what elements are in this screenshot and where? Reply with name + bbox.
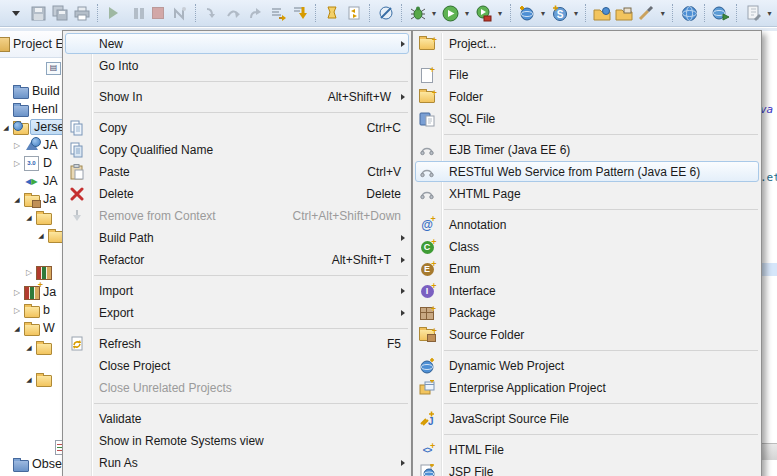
annotation-icon: @+ [418, 216, 436, 234]
expander-icon[interactable] [11, 288, 23, 297]
menu-item-interface[interactable]: I+ Interface [413, 280, 761, 302]
style-brush-icon[interactable] [636, 4, 656, 22]
open-web-folder-icon[interactable] [592, 4, 612, 22]
menu-item-file[interactable]: + File [413, 64, 761, 86]
enum-icon: E+ [418, 260, 436, 278]
menu-item-sql-file[interactable]: SQL File [413, 108, 761, 130]
menu-item-enum[interactable]: E+ Enum [413, 258, 761, 280]
open-type-icon[interactable] [322, 4, 342, 22]
save-icon[interactable] [28, 4, 48, 22]
expander-icon[interactable] [23, 268, 35, 277]
resume-icon[interactable] [104, 4, 124, 22]
menu-separator [63, 399, 411, 408]
expander-icon[interactable] [11, 141, 23, 150]
run-external-dropdown-icon[interactable]: ▾ [496, 9, 505, 18]
style-dropdown-icon[interactable]: ▾ [658, 9, 667, 18]
run-dropdown-icon[interactable]: ▾ [463, 9, 472, 18]
run-on-server-icon[interactable] [711, 4, 731, 22]
closed-project-icon [12, 456, 29, 472]
new-websphere-service-icon[interactable]: S [549, 4, 569, 22]
menu-item-show-in[interactable]: Show InAlt+Shift+W [63, 86, 411, 108]
web-browser-icon[interactable] [679, 4, 699, 22]
menu-item-build-path[interactable]: Build Path [63, 227, 411, 249]
menu-item-validate[interactable]: Validate [63, 408, 411, 430]
skip-all-breakpoints-icon[interactable] [376, 4, 396, 22]
menu-item-copy[interactable]: CopyCtrl+C [63, 117, 411, 139]
run-external-tool-icon[interactable] [474, 4, 494, 22]
disconnect-icon[interactable] [170, 4, 190, 22]
menu-item-refresh[interactable]: RefreshF5 [63, 333, 411, 355]
menu-item-annotation[interactable]: @+ Annotation [413, 214, 761, 236]
print-icon[interactable] [72, 4, 92, 22]
dynamic-web-project-icon [418, 357, 436, 375]
run-icon[interactable] [441, 4, 461, 22]
menu-separator [413, 55, 761, 64]
synchronize-icon[interactable] [344, 4, 364, 22]
code-fragment: va [762, 103, 773, 116]
expander-icon[interactable] [23, 375, 35, 384]
java-resources-icon [23, 191, 40, 207]
step-over-icon[interactable] [224, 4, 244, 22]
menu-item-show-in-remote-systems-view[interactable]: Show in Remote Systems view [63, 430, 411, 452]
menu-item-close-project[interactable]: Close Project [63, 355, 411, 377]
new-generated-file-icon[interactable] [743, 4, 763, 22]
step-into-icon[interactable] [202, 4, 222, 22]
menu-item-new[interactable]: New [63, 33, 411, 55]
menu-item-import[interactable]: Import [63, 280, 411, 302]
save-all-icon[interactable] [50, 4, 70, 22]
libraries-icon [35, 264, 52, 280]
terminate-icon[interactable] [148, 4, 168, 22]
menu-item-copy-qualified-name[interactable]: Copy Qualified Name [63, 139, 411, 161]
debug-dropdown-icon[interactable]: ▾ [430, 9, 439, 18]
menu-item-refactor[interactable]: RefactorAlt+Shift+T [63, 249, 411, 271]
run-to-line-icon[interactable] [268, 4, 288, 22]
menu-item-export[interactable]: Export [63, 302, 411, 324]
suspend-icon[interactable] [126, 4, 146, 22]
expander-icon[interactable] [23, 343, 35, 352]
open-deploy-folder-icon[interactable] [614, 4, 634, 22]
new-file-dropdown-icon[interactable]: ▾ [765, 9, 774, 18]
use-step-filters-icon[interactable] [290, 4, 310, 22]
expander-icon[interactable] [35, 231, 47, 240]
expander-icon[interactable] [11, 159, 23, 168]
debug-icon[interactable] [408, 4, 428, 22]
expander-icon[interactable] [11, 324, 23, 333]
step-return-icon[interactable] [246, 4, 266, 22]
menu-item-class[interactable]: C+ Class [413, 236, 761, 258]
html-file-icon: <>+ [418, 441, 436, 459]
package-icon: + [418, 304, 436, 322]
menu-item-html-file[interactable]: <>+ HTML File [413, 439, 761, 461]
menu-item-run-as[interactable]: Run As [63, 452, 411, 474]
menu-item-javascript-source-file[interactable]: J JavaScript Source File [413, 408, 761, 430]
menu-item-folder[interactable]: + Folder [413, 86, 761, 108]
menu-item-enterprise-application-project[interactable]: Enterprise Application Project [413, 377, 761, 399]
toolbar-separator [369, 4, 371, 22]
menu-item-package[interactable]: + Package [413, 302, 761, 324]
collapse-all-button[interactable]: ▤ [46, 62, 61, 75]
expander-icon[interactable] [23, 213, 35, 222]
expander-icon[interactable] [11, 195, 23, 204]
menu-chevron-icon[interactable] [6, 4, 26, 22]
menu-item-dynamic-web-project[interactable]: Dynamic Web Project [413, 355, 761, 377]
menu-item-ejb-timer[interactable]: EJB Timer (Java EE 6) [413, 139, 761, 161]
menu-item-xhtml-page[interactable]: XHTML Page [413, 183, 761, 205]
new-websphere-dropdown-icon[interactable]: ▾ [571, 9, 580, 18]
menu-item-paste[interactable]: PasteCtrl+V [63, 161, 411, 183]
editor-selection-band [762, 263, 777, 276]
menu-item-go-into[interactable]: Go Into [63, 55, 411, 77]
toolbar-separator [315, 4, 317, 22]
menu-item-jsp-file[interactable]: JSP File [413, 461, 761, 476]
new-web-service-dropdown-icon[interactable]: ▾ [538, 9, 547, 18]
refresh-icon [68, 335, 86, 353]
editor-area[interactable]: va .et [762, 31, 777, 476]
menu-item-project[interactable]: + Project... [413, 33, 761, 55]
menu-item-restful-web-service-from-pattern[interactable]: RESTful Web Service from Pattern (Java E… [413, 161, 761, 183]
menu-item-delete[interactable]: DeleteDelete [63, 183, 411, 205]
jaxrs-services-icon: ◀▶ [23, 173, 40, 189]
menu-item-source-folder[interactable]: + Source Folder [413, 324, 761, 346]
expander-icon[interactable] [0, 123, 12, 132]
closed-project-icon [12, 83, 29, 99]
jsp-file-icon [418, 463, 436, 476]
new-web-service-icon[interactable] [516, 4, 536, 22]
expander-icon[interactable] [11, 306, 23, 315]
